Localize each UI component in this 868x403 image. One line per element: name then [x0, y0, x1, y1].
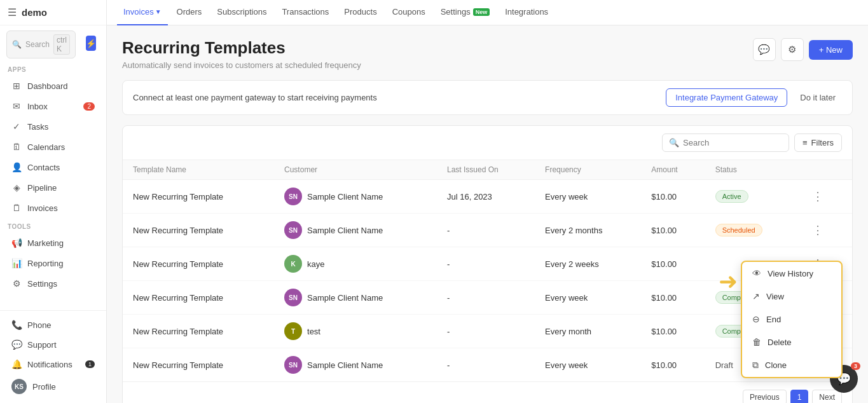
- sidebar-item-dashboard[interactable]: ⊞ Dashboard: [4, 76, 102, 95]
- sidebar-item-reporting[interactable]: 📊 Reporting: [4, 254, 102, 273]
- alert-bar: Connect at least one payment gateway to …: [122, 80, 853, 115]
- status-cell: Scheduled: [705, 214, 799, 247]
- last-issued-cell: -: [437, 315, 535, 348]
- page-1-button[interactable]: 1: [790, 390, 809, 403]
- template-name-cell: New Recurring Template: [123, 247, 274, 281]
- sidebar-item-tasks[interactable]: ✓ Tasks: [4, 117, 102, 136]
- table-search[interactable]: 🔍: [662, 133, 789, 152]
- customer-avatar: SN: [284, 221, 302, 239]
- sidebar-item-pipeline[interactable]: ◈ Pipeline: [4, 178, 102, 197]
- customer-name: Sample Client Name: [307, 293, 383, 303]
- context-menu: 👁 View History ↗ View ⊖ End 🗑 Delete ⧉ C…: [741, 261, 843, 378]
- nav-item-coupons[interactable]: Coupons: [386, 0, 432, 25]
- col-frequency: Frequency: [535, 160, 641, 180]
- frequency-cell: Every week: [535, 180, 641, 214]
- sidebar-item-inbox[interactable]: ✉ Inbox 2: [4, 97, 102, 116]
- frequency-cell: Every 2 weeks: [535, 247, 641, 281]
- last-issued-cell: -: [437, 281, 535, 315]
- customer-name: test: [307, 327, 320, 336]
- notification-badge: 1: [85, 360, 95, 368]
- col-amount: Amount: [641, 160, 705, 180]
- contacts-icon: 👤: [11, 162, 22, 172]
- sidebar-bottom: 📞 Phone 💬 Support 🔔 Notifications 1 KS P…: [0, 310, 106, 403]
- sidebar-item-notifications[interactable]: 🔔 Notifications 1: [4, 355, 102, 374]
- integrate-payment-button[interactable]: Integrate Payment Gateway: [666, 88, 787, 107]
- customer-avatar: SN: [284, 356, 302, 374]
- table-search-input[interactable]: [683, 138, 782, 147]
- sidebar-item-marketing[interactable]: 📢 Marketing: [4, 233, 102, 252]
- support-icon: 💬: [11, 339, 22, 350]
- sidebar-item-phone[interactable]: 📞 Phone: [4, 315, 102, 334]
- sidebar-item-calendars[interactable]: 🗓 Calendars: [4, 137, 102, 156]
- nav-item-integrations[interactable]: Integrations: [499, 0, 555, 25]
- menu-item-view-history[interactable]: 👁 View History: [742, 262, 841, 285]
- marketing-icon: 📢: [11, 238, 22, 248]
- apps-label: Apps: [0, 61, 106, 76]
- amount-cell: $10.00: [641, 315, 705, 348]
- do-it-later-button[interactable]: Do it later: [794, 89, 842, 106]
- sidebar-item-label: Pipeline: [27, 183, 57, 193]
- hamburger-icon[interactable]: ☰: [8, 6, 17, 18]
- comment-button[interactable]: 💬: [753, 38, 776, 61]
- search-shortcut: ctrl K: [53, 34, 70, 55]
- previous-button[interactable]: Previous: [743, 390, 787, 403]
- status-cell: Active: [705, 180, 799, 214]
- nav-item-transactions[interactable]: Transactions: [275, 0, 335, 25]
- next-button[interactable]: Next: [812, 390, 842, 403]
- status-badge: Draft: [715, 360, 733, 370]
- sidebar-item-label: Notifications: [27, 360, 72, 369]
- end-icon: ⊖: [752, 314, 760, 324]
- sidebar-item-profile[interactable]: KS Profile: [4, 374, 102, 399]
- last-issued-cell: -: [437, 247, 535, 281]
- settings-icon: ⚙: [11, 278, 22, 289]
- pagination: Previous 1 Next: [123, 381, 852, 403]
- sidebar-item-label: Calendars: [27, 142, 65, 152]
- customer-cell: SN Sample Client Name: [274, 214, 437, 247]
- nav-item-settings[interactable]: Settings New: [434, 0, 497, 25]
- menu-item-delete[interactable]: 🗑 Delete: [742, 331, 841, 353]
- context-menu-arrow: ➜: [719, 268, 738, 295]
- sidebar: ☰ demo 🔍 Search ctrl K ⚡ Apps ⊞ Dashboar…: [0, 0, 107, 403]
- more-options-button[interactable]: ⋮: [808, 188, 827, 205]
- page-header: Recurring Templates Automatically send i…: [122, 38, 853, 70]
- nav-item-orders[interactable]: Orders: [170, 0, 209, 25]
- sidebar-item-settings[interactable]: ⚙ Settings: [4, 274, 102, 293]
- menu-item-clone[interactable]: ⧉ Clone: [742, 353, 841, 377]
- flash-icon[interactable]: ⚡: [86, 36, 96, 51]
- settings-button[interactable]: ⚙: [781, 38, 804, 61]
- col-last-issued: Last Issued On: [437, 160, 535, 180]
- chat-badge: 3: [851, 362, 860, 370]
- customer-cell: K kaye: [274, 247, 437, 281]
- filters-button[interactable]: ≡ Filters: [794, 133, 842, 152]
- col-actions: [798, 160, 852, 180]
- page-subtitle: Automatically send invoices to customers…: [122, 60, 361, 70]
- clone-icon: ⧉: [752, 360, 759, 371]
- customer-cell: T test: [274, 315, 437, 348]
- menu-item-view[interactable]: ↗ View: [742, 285, 841, 308]
- sidebar-item-label: Support: [27, 340, 57, 350]
- nav-item-products[interactable]: Products: [338, 0, 383, 25]
- nav-item-subscriptions[interactable]: Subscriptions: [210, 0, 273, 25]
- alert-actions: Integrate Payment Gateway Do it later: [666, 88, 842, 107]
- inbox-icon: ✉: [11, 101, 22, 111]
- search-label: Search: [25, 40, 50, 49]
- sidebar-item-invoices[interactable]: 🗒 Invoices: [4, 198, 102, 217]
- menu-item-end[interactable]: ⊖ End: [742, 308, 841, 331]
- last-issued-cell: -: [437, 348, 535, 382]
- sidebar-item-label: Invoices: [27, 203, 58, 213]
- logo: demo: [22, 7, 47, 18]
- amount-cell: $10.00: [641, 247, 705, 281]
- table-search-icon: 🔍: [669, 138, 679, 147]
- more-options-button[interactable]: ⋮: [808, 222, 827, 238]
- nav-item-invoices[interactable]: Invoices ▼: [117, 0, 168, 25]
- amount-cell: $10.00: [641, 281, 705, 315]
- page-header-left: Recurring Templates Automatically send i…: [122, 38, 361, 70]
- sidebar-item-support[interactable]: 💬 Support: [4, 335, 102, 354]
- sidebar-item-contacts[interactable]: 👤 Contacts: [4, 158, 102, 177]
- search-bar[interactable]: 🔍 Search ctrl K: [6, 31, 76, 58]
- reporting-icon: 📊: [11, 258, 22, 268]
- customer-avatar: SN: [284, 289, 302, 306]
- status-badge: Scheduled: [715, 224, 762, 236]
- new-button[interactable]: + New: [809, 40, 853, 60]
- dashboard-icon: ⊞: [11, 81, 22, 91]
